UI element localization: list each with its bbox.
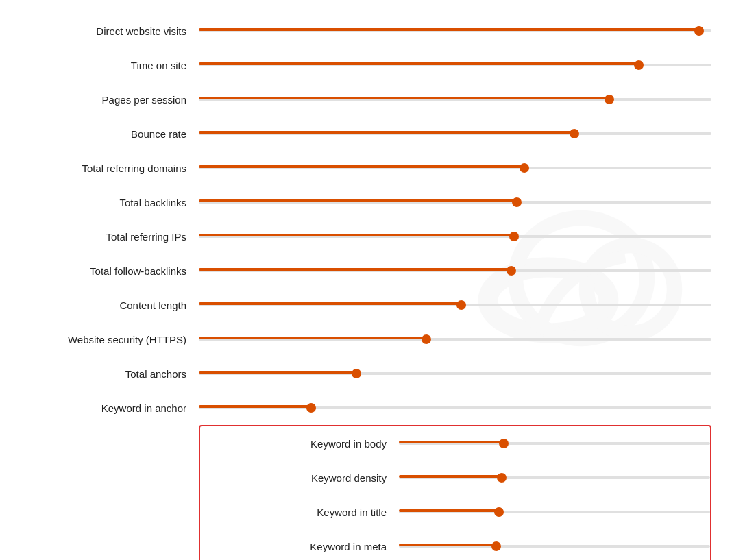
- bar-area: [199, 337, 711, 342]
- bar-dot: [512, 197, 522, 207]
- bar-area: [199, 131, 711, 136]
- bar-dot: [422, 334, 431, 344]
- grouped-chart-row: Keyword in title: [200, 495, 710, 529]
- bar-fill: [399, 441, 504, 443]
- bar-fill: [399, 475, 502, 478]
- grouped-row-label: Keyword in body: [200, 438, 399, 450]
- bar-fill: [199, 405, 311, 408]
- grouped-chart-row: Keyword in meta: [200, 529, 710, 560]
- chart-row: Total referring IPs: [0, 219, 711, 254]
- bar-area: [199, 97, 711, 102]
- bar-fill: [199, 268, 511, 271]
- bar-fill: [199, 165, 524, 168]
- bar-area: [399, 441, 710, 446]
- bar-dot: [499, 439, 509, 448]
- chart-row: Time on site: [0, 48, 711, 82]
- bar-fill: [199, 337, 426, 339]
- chart-row: Direct website visits: [0, 14, 711, 48]
- bar-area: [199, 302, 711, 308]
- bar-dot: [456, 300, 466, 310]
- chart-container: Direct website visits Time on site Pages…: [0, 0, 732, 560]
- grouped-box: Keyword in body Keyword density Keyword …: [199, 425, 711, 560]
- chart-row: Total follow-backlinks: [0, 254, 711, 288]
- row-label: Bounce rate: [0, 128, 199, 140]
- bar-dot: [352, 369, 361, 378]
- bar-dot: [520, 163, 529, 173]
- bar-area: [199, 268, 711, 273]
- bar-fill: [199, 199, 517, 202]
- bar-area: [399, 544, 710, 549]
- row-label: Time on site: [0, 60, 199, 71]
- bar-dot: [494, 507, 504, 517]
- row-label: Keyword in anchor: [0, 402, 199, 414]
- bar-dot: [634, 60, 644, 70]
- grouped-rows-container: Keyword in body Keyword density Keyword …: [200, 426, 710, 560]
- chart-row: Total referring domains: [0, 151, 711, 185]
- bar-dot: [570, 129, 579, 138]
- row-label: Total referring domains: [0, 162, 199, 174]
- chart-row: Total backlinks: [0, 185, 711, 219]
- grouped-chart-row: Keyword in body: [200, 426, 710, 461]
- bar-fill: [199, 371, 356, 374]
- chart-row: Website security (HTTPS): [0, 322, 711, 356]
- bar-dot: [694, 26, 704, 36]
- bar-fill: [199, 131, 574, 134]
- bar-fill: [199, 28, 699, 31]
- bar-fill: [199, 302, 461, 305]
- bar-dot: [605, 95, 614, 104]
- bar-dot: [509, 232, 519, 241]
- grouped-row-label: Keyword in meta: [200, 541, 399, 552]
- row-label: Direct website visits: [0, 25, 199, 37]
- bar-area: [199, 371, 711, 376]
- bar-dot: [507, 266, 516, 276]
- row-label: Total follow-backlinks: [0, 265, 199, 277]
- bar-fill: [399, 544, 496, 546]
- bar-fill: [199, 62, 639, 65]
- row-label: Content length: [0, 300, 199, 311]
- bar-dot: [306, 403, 316, 413]
- chart-row: Pages per session: [0, 82, 711, 117]
- row-label: Website security (HTTPS): [0, 334, 199, 345]
- bar-dot: [497, 473, 507, 483]
- row-label: Total backlinks: [0, 197, 199, 208]
- bar-area: [199, 234, 711, 239]
- chart-row: Total anchors: [0, 356, 711, 391]
- bar-dot: [491, 541, 501, 551]
- grouped-chart-row: Keyword density: [200, 461, 710, 495]
- bar-fill: [199, 97, 609, 99]
- grouped-row-label: Keyword in title: [200, 507, 399, 518]
- rows-container: Direct website visits Time on site Pages…: [0, 14, 711, 425]
- chart-row: Content length: [0, 288, 711, 322]
- chart-row: Bounce rate: [0, 117, 711, 151]
- bar-area: [199, 165, 711, 171]
- bar-fill: [199, 234, 514, 236]
- bar-area: [399, 509, 710, 515]
- row-label: Total anchors: [0, 368, 199, 380]
- bar-area: [199, 62, 711, 68]
- bar-area: [199, 405, 711, 411]
- row-label: Pages per session: [0, 94, 199, 106]
- grouped-row-label: Keyword density: [200, 472, 399, 484]
- bar-area: [199, 28, 711, 34]
- chart-row: Keyword in anchor: [0, 391, 711, 425]
- bar-area: [199, 199, 711, 205]
- bar-fill: [399, 509, 499, 512]
- row-label: Total referring IPs: [0, 231, 199, 243]
- bar-area: [399, 475, 710, 480]
